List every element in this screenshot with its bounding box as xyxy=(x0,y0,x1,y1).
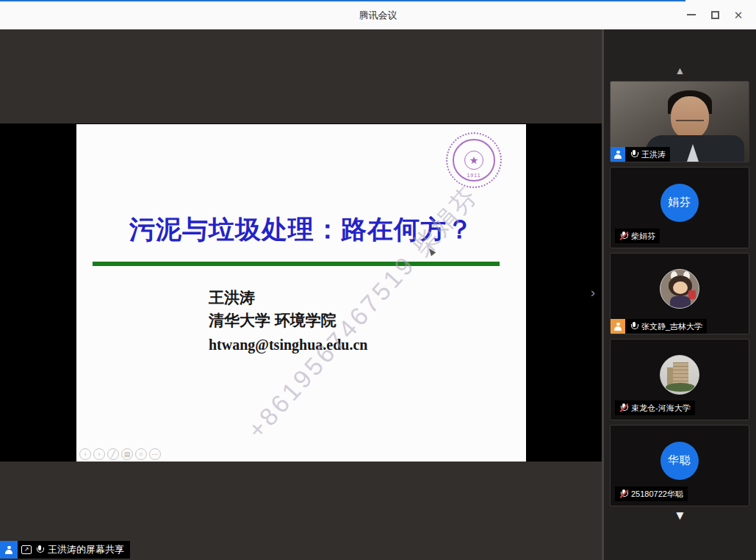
avatar: 华聪 xyxy=(660,442,699,480)
window-accent-line xyxy=(0,0,685,1)
presenter-affiliation: 清华大学 环境学院 xyxy=(209,309,367,331)
app-window: 腾讯会议 ✕ ★ 1911 污泥与垃圾处理：路在何方？ xyxy=(0,0,756,560)
share-banner-label: ↗ 王洪涛的屏幕共享 xyxy=(18,541,130,559)
share-banner-text: 王洪涛的屏幕共享 xyxy=(48,543,124,556)
presenter-email: htwang@tsinghua.edu.cn xyxy=(209,331,367,358)
participant-name-bar: 张文静_吉林大学 xyxy=(611,319,707,334)
close-button[interactable]: ✕ xyxy=(727,0,750,29)
shared-screen-frame: ★ 1911 污泥与垃圾处理：路在何方？ 王洪涛 清华大学 环境学院 htwan… xyxy=(0,123,602,462)
window-controls: ✕ xyxy=(680,0,750,29)
scroll-down-arrow[interactable]: ▼ xyxy=(604,509,756,522)
participant-name: 张文静_吉林大学 xyxy=(641,321,702,332)
participant-name: 王洪涛 xyxy=(641,149,666,160)
person-icon xyxy=(613,150,623,159)
participant-label: 王洪涛 xyxy=(625,147,670,162)
collapse-sidebar-chevron[interactable]: › xyxy=(587,284,599,301)
shared-screen-stage: ★ 1911 污泥与垃圾处理：路在何方？ 王洪涛 清华大学 环境学院 htwan… xyxy=(0,29,602,560)
screen-share-banner: ↗ 王洪涛的屏幕共享 xyxy=(0,541,130,559)
mic-muted-icon xyxy=(619,489,628,499)
green-divider xyxy=(93,262,500,266)
slideshow-toolbar: ‹ › ╱ ▤ ○ ⋯ xyxy=(79,448,161,460)
minimize-icon xyxy=(687,14,696,15)
participant-name-bar: 25180722华聪 xyxy=(615,487,688,501)
screen-share-icon: ↗ xyxy=(21,545,32,554)
slide-title: 污泥与垃圾处理：路在何方？ xyxy=(76,212,526,247)
participant-name-bar: 王洪涛 xyxy=(611,147,670,162)
participant-name: 束龙仓-河海大学 xyxy=(631,403,691,414)
avatar xyxy=(660,269,699,309)
presentation-slide: ★ 1911 污泥与垃圾处理：路在何方？ 王洪涛 清华大学 环境学院 htwan… xyxy=(76,124,526,462)
mic-icon xyxy=(630,150,638,159)
mic-muted-icon xyxy=(619,231,628,241)
mic-icon xyxy=(35,545,44,555)
avatar: 娟芬 xyxy=(660,184,699,222)
member-badge xyxy=(611,319,625,334)
zoom-tool-button[interactable]: ○ xyxy=(135,448,147,460)
host-badge xyxy=(611,147,625,162)
person-icon xyxy=(613,322,623,331)
more-options-button[interactable]: ⋯ xyxy=(149,448,161,460)
participant-tile-wanghongtao[interactable]: 王洪涛 xyxy=(610,81,749,162)
participant-label: 25180722华聪 xyxy=(615,487,688,501)
participant-name: 柴娟芬 xyxy=(631,231,655,242)
participant-name-bar: 柴娟芬 xyxy=(615,229,660,243)
participant-label: 束龙仓-河海大学 xyxy=(615,401,695,415)
window-title: 腾讯会议 xyxy=(0,0,756,29)
host-badge xyxy=(0,541,18,559)
minimize-button[interactable] xyxy=(680,0,703,29)
presenter-info: 王洪涛 清华大学 环境学院 htwang@tsinghua.edu.cn xyxy=(209,286,367,358)
person-icon xyxy=(4,545,14,555)
titlebar: 腾讯会议 ✕ xyxy=(0,0,756,29)
participant-tile-huacong[interactable]: 华聪 25180722华聪 xyxy=(610,425,749,506)
mic-muted-icon xyxy=(619,403,628,413)
participant-tile-shulongcang[interactable]: 束龙仓-河海大学 xyxy=(610,339,749,420)
mic-icon xyxy=(630,322,638,331)
participant-name-bar: 束龙仓-河海大学 xyxy=(615,401,695,415)
close-icon: ✕ xyxy=(734,10,744,21)
participant-label: 张文静_吉林大学 xyxy=(625,319,707,334)
maximize-button[interactable] xyxy=(703,0,727,29)
all-slides-button[interactable]: ▤ xyxy=(121,448,133,460)
mouse-cursor xyxy=(427,247,436,256)
participant-label: 柴娟芬 xyxy=(615,229,660,243)
seal-star-icon: ★ xyxy=(464,151,483,170)
participants-sidebar: ▲ 王洪涛 娟芬 xyxy=(602,29,756,560)
main-area: ★ 1911 污泥与垃圾处理：路在何方？ 王洪涛 清华大学 环境学院 htwan… xyxy=(0,29,756,560)
prev-slide-button[interactable]: ‹ xyxy=(79,448,91,460)
tsinghua-seal: ★ 1911 xyxy=(446,132,502,188)
participant-name: 25180722华聪 xyxy=(631,489,683,500)
scroll-up-arrow[interactable]: ▲ xyxy=(604,65,756,76)
participant-tile-chaijuanfen[interactable]: 娟芬 柴娟芬 xyxy=(610,167,749,248)
avatar xyxy=(660,355,699,395)
participant-tile-zhangwenjing[interactable]: 张文静_吉林大学 xyxy=(610,253,749,334)
presenter-name: 王洪涛 xyxy=(209,286,367,309)
seal-inner-ring: ★ 1911 xyxy=(453,139,495,182)
maximize-icon xyxy=(711,11,719,19)
pen-tool-button[interactable]: ╱ xyxy=(107,448,119,460)
next-slide-button[interactable]: › xyxy=(93,448,105,460)
seal-year: 1911 xyxy=(454,173,494,178)
